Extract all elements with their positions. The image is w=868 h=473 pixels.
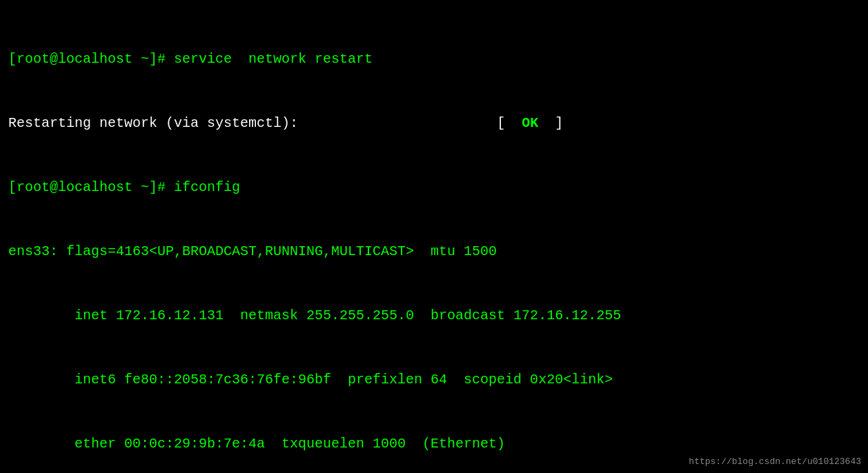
line-cmd-service: [root@localhost ~]# service network rest… bbox=[8, 48, 860, 70]
ens33-inet6-text: inet6 fe80::2058:7c36:76fe:96bf prefixle… bbox=[8, 372, 613, 388]
line-cmd-ifconfig: [root@localhost ~]# ifconfig bbox=[8, 177, 860, 198]
prompt-service: [root@localhost ~]# service network rest… bbox=[8, 51, 373, 67]
watermark: https://blog.csdn.net/u010123643 bbox=[689, 455, 861, 469]
ens33-ether-text: ether 00:0c:29:9b:7e:4a txqueuelen 1000 … bbox=[8, 436, 505, 452]
line-ens33-inet: inet 172.16.12.131 netmask 255.255.255.0… bbox=[8, 305, 860, 326]
line-ens33-flags: ens33: flags=4163<UP,BROADCAST,RUNNING,M… bbox=[8, 241, 860, 262]
ok-bracket-left: [ bbox=[497, 115, 522, 131]
line-ens33-inet6: inet6 fe80::2058:7c36:76fe:96bf prefixle… bbox=[8, 369, 860, 390]
restarting-text: Restarting network (via systemctl): [ OK… bbox=[8, 115, 563, 131]
ens33-inet-text: inet 172.16.12.131 netmask 255.255.255.0… bbox=[8, 308, 621, 323]
line-restarting: Restarting network (via systemctl): [ OK… bbox=[8, 112, 860, 134]
ok-label: OK bbox=[522, 115, 538, 131]
ok-bracket-right: ] bbox=[538, 115, 563, 131]
line-ens33-ether: ether 00:0c:29:9b:7e:4a txqueuelen 1000 … bbox=[8, 433, 860, 454]
prompt-ifconfig: [root@localhost ~]# ifconfig bbox=[8, 179, 240, 195]
ens33-flags-text: ens33: flags=4163<UP,BROADCAST,RUNNING,M… bbox=[8, 243, 497, 259]
terminal: [root@localhost ~]# service network rest… bbox=[8, 6, 860, 473]
